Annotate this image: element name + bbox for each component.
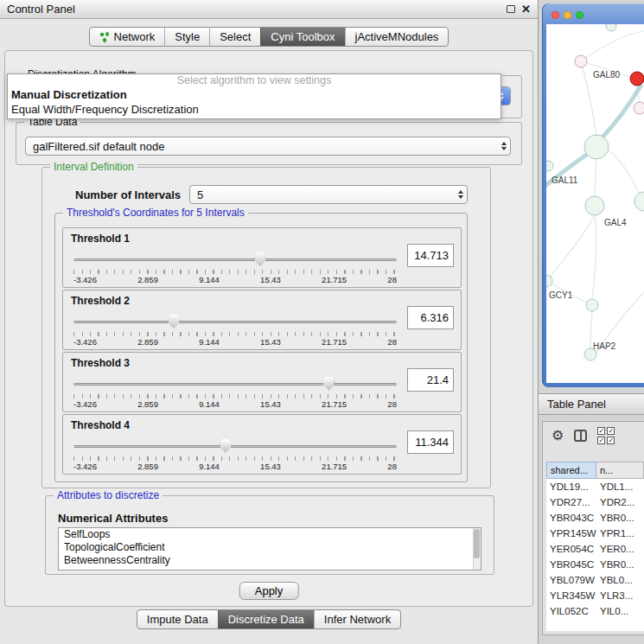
checkbox-icon[interactable] <box>607 427 615 435</box>
float-window-icon[interactable] <box>507 5 515 13</box>
list-item-selfloops[interactable]: SelfLoops <box>59 528 481 541</box>
table-cell[interactable]: YLR345W <box>546 590 596 601</box>
table-row[interactable]: YPR145WYPR1... <box>546 526 644 541</box>
table-row[interactable]: YER054CYER0... <box>546 541 644 557</box>
network-icon <box>99 32 110 42</box>
table-cell[interactable]: YDR27... <box>546 497 596 507</box>
network-view-window[interactable]: GAL80 GAL11 GAL4 GCY1 HAP2 <box>542 3 644 387</box>
table-row[interactable]: YIL052CYIL0... <box>546 603 644 619</box>
column-checkboxes[interactable] <box>597 427 615 444</box>
table-cell[interactable]: YPR145W <box>546 528 596 539</box>
slider-thumb[interactable] <box>220 439 231 453</box>
window-titlebar[interactable]: Control Panel ✕ <box>0 0 538 19</box>
table-cell[interactable]: YBR0... <box>596 559 644 570</box>
table-data-select[interactable]: galFiltered.sif default node <box>25 137 511 156</box>
slider-track[interactable] <box>73 445 397 448</box>
slider-track[interactable] <box>73 383 397 386</box>
threshold-value-field[interactable]: 21.4 <box>407 368 454 392</box>
dropdown-placeholder: Select algorithm to view settings <box>8 74 501 87</box>
list-item-betweennesscentrality[interactable]: BetweennessCentrality <box>59 554 481 567</box>
slider-thumb[interactable] <box>254 252 265 266</box>
list-scrollbar[interactable] <box>473 528 481 570</box>
mac-zoom-icon[interactable] <box>576 11 583 19</box>
tab-select[interactable]: Select <box>209 28 260 46</box>
table-row[interactable]: YBR045CYBR0... <box>546 557 644 572</box>
network-node[interactable] <box>586 299 598 311</box>
table-cell[interactable]: YDL1... <box>596 481 644 492</box>
network-node[interactable] <box>585 196 604 215</box>
tick-label: 9.144 <box>199 337 220 347</box>
scrollbar-thumb[interactable] <box>474 529 480 558</box>
table-cell[interactable]: YDR2... <box>596 497 644 507</box>
table-cell[interactable]: YBR0... <box>596 513 644 523</box>
number-of-intervals-select[interactable]: 5 <box>189 185 468 204</box>
mac-minimize-icon[interactable] <box>564 11 571 19</box>
tab-discretize-data[interactable]: Discretize Data <box>218 610 314 628</box>
close-window-icon[interactable]: ✕ <box>521 3 531 15</box>
tab-network[interactable]: Network <box>90 28 165 46</box>
threshold-value-field[interactable]: 11.344 <box>407 430 454 454</box>
tab-label: jActiveMNodules <box>355 30 439 43</box>
columns-icon[interactable] <box>574 430 587 442</box>
threshold-panel-4: Threshold 4-3.4262.8599.14415.4321.71528… <box>62 414 462 475</box>
network-node[interactable] <box>634 192 644 211</box>
network-node[interactable] <box>634 102 644 114</box>
tab-style[interactable]: Style <box>164 28 209 46</box>
table-cell[interactable]: YDL19... <box>546 481 596 492</box>
slider-ticks <box>73 456 397 461</box>
gear-icon[interactable]: ⚙ <box>552 429 564 443</box>
slider-thumb[interactable] <box>168 315 179 328</box>
slider-tick-labels: -3.4262.8599.14415.4321.71528 <box>73 337 397 347</box>
table-cell[interactable]: YBL0... <box>596 575 644 585</box>
mac-close-icon[interactable] <box>552 11 559 19</box>
slider-ticks <box>73 394 397 399</box>
network-node[interactable] <box>575 55 587 67</box>
network-node[interactable] <box>546 161 553 171</box>
threshold-value-field[interactable]: 6.316 <box>407 306 454 329</box>
table-panel-titlebar[interactable]: Table Panel <box>539 393 644 415</box>
threshold-list: Threshold 1-3.4262.8599.14415.4321.71528… <box>55 227 467 476</box>
numerical-attributes-list[interactable]: SelfLoopsTopologicalCoefficientBetweenne… <box>58 527 481 571</box>
slider-track[interactable] <box>73 258 397 261</box>
apply-button[interactable]: Apply <box>239 582 299 600</box>
checkbox-icon[interactable] <box>597 427 605 435</box>
table-cell[interactable]: YBR045C <box>546 559 596 570</box>
table-row[interactable]: YBR043CYBR0... <box>546 510 644 526</box>
network-node[interactable] <box>546 275 552 287</box>
threshold-slider[interactable] <box>73 252 397 268</box>
table-cell[interactable]: YIL0... <box>596 606 644 616</box>
network-canvas[interactable]: GAL80 GAL11 GAL4 GCY1 HAP2 <box>546 24 644 383</box>
list-item-topologicalcoefficient[interactable]: TopologicalCoefficient <box>59 541 481 554</box>
checkbox-icon[interactable] <box>607 437 615 444</box>
column-header[interactable]: n... <box>596 462 644 479</box>
slider-thumb[interactable] <box>323 377 335 391</box>
threshold-slider[interactable] <box>73 439 397 455</box>
table-cell[interactable]: YLR3... <box>596 590 644 601</box>
threshold-slider[interactable] <box>73 377 397 392</box>
network-node[interactable] <box>606 24 616 31</box>
table-cell[interactable]: YBR043C <box>546 513 596 523</box>
table-row[interactable]: YDR27...YDR2... <box>546 494 644 510</box>
table-row[interactable]: YDL19...YDL1... <box>546 479 644 494</box>
dropdown-option-manual-discretization[interactable]: Manual Discretization <box>8 87 501 102</box>
table-row[interactable]: YLR345WYLR3... <box>546 588 644 603</box>
tab-infer-network[interactable]: Infer Network <box>314 610 400 628</box>
threshold-value-field[interactable]: 14.713 <box>407 244 454 267</box>
slider-track[interactable] <box>73 321 397 323</box>
tab-jactivemnodules[interactable]: jActiveMNodules <box>345 28 449 46</box>
node-label: GAL4 <box>604 218 627 227</box>
threshold-slider[interactable] <box>73 315 397 330</box>
tab-impute-data[interactable]: Impute Data <box>137 610 218 628</box>
dropdown-option-equal-width-frequency-discretization[interactable]: Equal Width/Frequency Discretization <box>8 102 501 117</box>
table-cell[interactable]: YBL079W <box>546 575 596 585</box>
column-header[interactable]: shared... <box>546 462 596 479</box>
network-node-selected[interactable] <box>630 72 644 86</box>
table-cell[interactable]: YER054C <box>546 544 596 554</box>
network-node[interactable] <box>584 135 609 159</box>
table-cell[interactable]: YIL052C <box>546 606 596 616</box>
table-cell[interactable]: YPR1... <box>596 528 644 539</box>
table-row[interactable]: YBL079WYBL0... <box>546 572 644 588</box>
checkbox-icon[interactable] <box>597 437 605 444</box>
tab-cyni-toolbox[interactable]: Cyni Toolbox <box>260 28 344 46</box>
table-cell[interactable]: YER0... <box>596 544 644 554</box>
